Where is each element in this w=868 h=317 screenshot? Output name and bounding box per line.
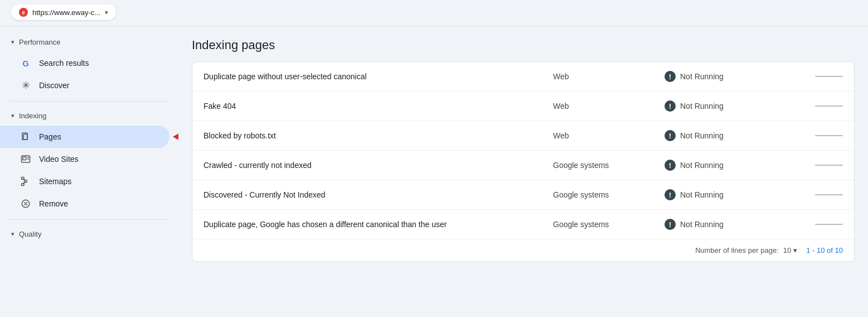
content-area: ▾ Performance G Search results ✳ Discove… bbox=[0, 27, 868, 317]
action-line-1 bbox=[815, 105, 843, 107]
sidebar-item-sitemaps[interactable]: Sitemaps bbox=[0, 170, 169, 193]
row-status-2: ! Not Running bbox=[665, 130, 787, 141]
sidebar-indexing-label: Indexing bbox=[19, 112, 46, 120]
action-line-5 bbox=[815, 224, 843, 225]
row-label-2: Blocked by robots.txt bbox=[203, 131, 553, 140]
row-label-3: Crawled - currently not indexed bbox=[203, 161, 553, 170]
table-body: Duplicate page without user-selected can… bbox=[192, 62, 854, 239]
pages-icon bbox=[20, 131, 31, 142]
table-row[interactable]: Duplicate page, Google has chosen a diff… bbox=[192, 210, 854, 239]
svg-rect-7 bbox=[25, 180, 27, 182]
top-bar: e https://www.eway-c... ▾ bbox=[0, 0, 868, 27]
pagination-count: 1 - 10 of 10 bbox=[806, 246, 843, 254]
row-status-3: ! Not Running bbox=[665, 160, 787, 171]
row-action-1 bbox=[787, 105, 843, 107]
status-text-2: Not Running bbox=[680, 131, 724, 140]
sidebar-video-sites-label: Video Sites bbox=[39, 155, 79, 164]
lines-value: 10 bbox=[783, 246, 791, 254]
row-label-5: Duplicate page, Google has chosen a diff… bbox=[203, 220, 553, 229]
row-status-5: ! Not Running bbox=[665, 219, 787, 230]
row-type-2: Web bbox=[553, 131, 665, 140]
action-line-4 bbox=[815, 194, 843, 195]
svg-rect-8 bbox=[22, 184, 25, 186]
svg-rect-6 bbox=[22, 177, 25, 180]
chevron-down-icon-indexing: ▾ bbox=[11, 112, 14, 119]
sidebar-divider-2 bbox=[9, 219, 169, 220]
sidebar-item-remove[interactable]: Remove bbox=[0, 193, 169, 215]
sidebar-divider-1 bbox=[9, 101, 169, 102]
url-dropdown-icon[interactable]: ▾ bbox=[105, 9, 108, 16]
google-g-icon: G bbox=[20, 57, 31, 69]
status-text-5: Not Running bbox=[680, 220, 724, 229]
status-icon-5: ! bbox=[665, 219, 676, 230]
page-title: Indexing pages bbox=[192, 38, 855, 52]
table-row[interactable]: Fake 404 Web ! Not Running bbox=[192, 92, 854, 121]
status-text-1: Not Running bbox=[680, 102, 724, 111]
sidebar-item-pages[interactable]: Pages bbox=[0, 126, 169, 148]
discover-icon: ✳ bbox=[20, 80, 31, 91]
favicon-icon: e bbox=[19, 8, 28, 17]
lines-per-page-control: Number of lines per page: 10 ▾ bbox=[695, 246, 797, 254]
red-arrow-indicator bbox=[173, 132, 178, 141]
table-row[interactable]: Discovered - Currently Not Indexed Googl… bbox=[192, 180, 854, 210]
chevron-down-icon-lines: ▾ bbox=[793, 246, 797, 254]
status-text-0: Not Running bbox=[680, 72, 724, 81]
status-text-4: Not Running bbox=[680, 190, 724, 199]
status-icon-2: ! bbox=[665, 130, 676, 141]
row-action-5 bbox=[787, 224, 843, 225]
chevron-down-icon-quality: ▾ bbox=[11, 230, 14, 238]
row-type-4: Google systems bbox=[553, 190, 665, 199]
chevron-down-icon: ▾ bbox=[11, 39, 14, 46]
sidebar: ▾ Performance G Search results ✳ Discove… bbox=[0, 27, 178, 317]
row-type-1: Web bbox=[553, 102, 665, 111]
svg-line-9 bbox=[23, 179, 26, 180]
row-type-5: Google systems bbox=[553, 220, 665, 229]
table-row[interactable]: Crawled - currently not indexed Google s… bbox=[192, 151, 854, 180]
svg-line-10 bbox=[23, 182, 26, 184]
action-line-0 bbox=[815, 76, 843, 77]
row-label-0: Duplicate page without user-selected can… bbox=[203, 72, 553, 81]
sidebar-remove-label: Remove bbox=[39, 199, 68, 208]
table-row[interactable]: Blocked by robots.txt Web ! Not Running bbox=[192, 121, 854, 151]
status-icon-3: ! bbox=[665, 160, 676, 171]
sidebar-sitemaps-label: Sitemaps bbox=[39, 177, 71, 186]
url-bar[interactable]: e https://www.eway-c... ▾ bbox=[11, 4, 116, 20]
action-line-2 bbox=[815, 135, 843, 136]
row-action-0 bbox=[787, 76, 843, 77]
pagination-bar: Number of lines per page: 10 ▾ 1 - 10 of… bbox=[192, 239, 854, 261]
row-status-0: ! Not Running bbox=[665, 71, 787, 82]
svg-rect-3 bbox=[23, 157, 26, 160]
sidebar-section-quality[interactable]: ▾ Quality bbox=[0, 224, 178, 244]
row-type-3: Google systems bbox=[553, 161, 665, 170]
sidebar-item-search-results[interactable]: G Search results bbox=[0, 52, 169, 74]
content-card: Duplicate page without user-selected can… bbox=[192, 61, 855, 262]
row-label-4: Discovered - Currently Not Indexed bbox=[203, 190, 553, 199]
lines-select-dropdown[interactable]: 10 ▾ bbox=[783, 246, 797, 254]
row-label-1: Fake 404 bbox=[203, 102, 553, 111]
row-action-4 bbox=[787, 194, 843, 195]
lines-per-page-label: Number of lines per page: bbox=[695, 246, 779, 254]
remove-icon bbox=[20, 198, 31, 209]
sidebar-search-results-label: Search results bbox=[39, 59, 89, 68]
svg-rect-1 bbox=[23, 135, 27, 140]
row-status-1: ! Not Running bbox=[665, 100, 787, 112]
sitemaps-icon bbox=[20, 176, 31, 187]
table-row[interactable]: Duplicate page without user-selected can… bbox=[192, 62, 854, 92]
sidebar-item-video-sites[interactable]: Video Sites bbox=[0, 148, 169, 170]
action-line-3 bbox=[815, 165, 843, 166]
row-action-2 bbox=[787, 135, 843, 136]
status-icon-1: ! bbox=[665, 100, 676, 112]
status-icon-4: ! bbox=[665, 189, 676, 200]
sidebar-section-performance[interactable]: ▾ Performance bbox=[0, 32, 178, 52]
sidebar-pages-label: Pages bbox=[39, 132, 61, 141]
row-type-0: Web bbox=[553, 72, 665, 81]
sidebar-section-indexing[interactable]: ▾ Indexing bbox=[0, 106, 178, 126]
main-content: Indexing pages Duplicate page without us… bbox=[178, 27, 868, 317]
status-text-3: Not Running bbox=[680, 161, 724, 170]
status-icon-0: ! bbox=[665, 71, 676, 82]
sidebar-discover-label: Discover bbox=[39, 81, 69, 90]
row-status-4: ! Not Running bbox=[665, 189, 787, 200]
video-sites-icon bbox=[20, 153, 31, 165]
url-text: https://www.eway-c... bbox=[32, 8, 100, 17]
sidebar-item-discover[interactable]: ✳ Discover bbox=[0, 74, 169, 97]
